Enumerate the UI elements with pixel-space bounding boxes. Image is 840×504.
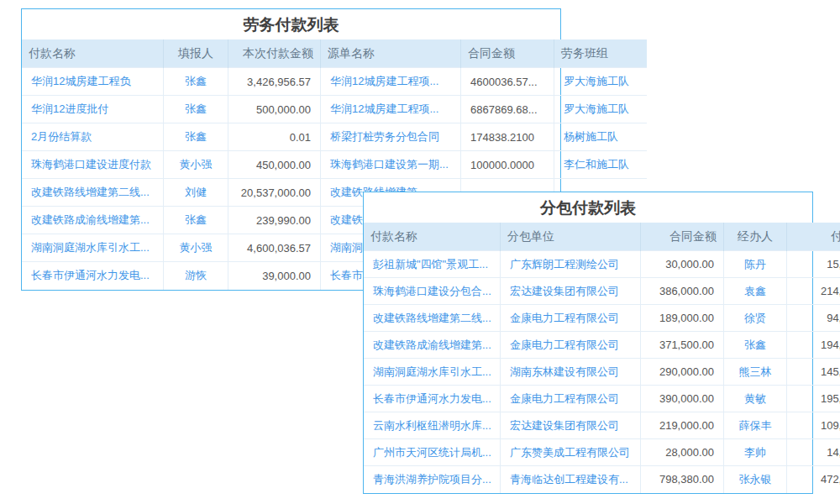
cell-subcontract-unit[interactable]: 宏达建设集团有限公司 <box>501 412 641 439</box>
cell-contract-amount: 798,380.00 <box>641 466 724 493</box>
cell-payment-name[interactable]: 云南水利枢纽潜明水库... <box>364 412 501 439</box>
cell-payment-name[interactable]: 湖南洞庭湖水库引水工... <box>22 234 164 262</box>
cell-payment-amount: 3,426,956.57 <box>228 68 321 96</box>
cell-payment-name[interactable]: 长春市伊通河水力发电... <box>22 262 164 290</box>
table-row[interactable]: 云南水利枢纽潜明水库...宏达建设集团有限公司219,000.00薛保丰109,… <box>364 412 840 439</box>
cell-contract-amount: 219,000.00 <box>641 412 724 439</box>
cell-subcontract-unit[interactable]: 金康电力工程有限公司 <box>501 386 641 412</box>
cell-subcontract-unit[interactable]: 湖南东林建设有限公司 <box>501 359 641 386</box>
cell-reporter[interactable]: 张鑫 <box>164 123 228 151</box>
cell-handler[interactable]: 李帅 <box>724 439 787 466</box>
cell-subcontract-unit[interactable]: 广东赞美成工程有限公司 <box>501 439 641 466</box>
column-header-labor-team: 劳务班组 <box>554 39 648 68</box>
column-header-handler: 经办人 <box>724 223 787 251</box>
cell-payment-name[interactable]: 改建铁路成渝线增建第... <box>22 207 164 234</box>
cell-subcontract-unit[interactable]: 金康电力工程有限公司 <box>501 305 641 332</box>
table-row[interactable]: 广州市天河区统计局机...广东赞美成工程有限公司28,000.00李帅14,00… <box>364 439 840 466</box>
cell-payment-name[interactable]: 珠海鹤港口建设进度付款 <box>22 151 164 179</box>
table-row[interactable]: 青海洪湖养护院项目分...青海临达创工程建设有...798,380.00张永银4… <box>364 466 840 493</box>
cell-payment-name[interactable]: 改建铁路线增建第二线... <box>22 179 164 207</box>
table-row[interactable]: 珠海鹤港口建设分包合...宏达建设集团有限公司386,000.00袁鑫214,4… <box>364 278 840 305</box>
labor-table-header: 付款名称填报人本次付款金额源单名称合同金额劳务班组 <box>22 39 647 68</box>
cell-contract-amount: 30,000.00 <box>641 251 724 278</box>
cell-payment-name[interactable]: 华润12进度批付 <box>22 96 164 123</box>
cell-subcontract-unit[interactable]: 金康电力工程有限公司 <box>501 332 641 359</box>
cell-payment-name[interactable]: 改建铁路线增建第二线... <box>364 305 501 332</box>
subcontract-table-header: 付款名称分包单位合同金额经办人付款金额 <box>364 223 840 251</box>
table-row[interactable]: 改建铁路成渝线增建第...金康电力工程有限公司371,500.00张鑫194,6… <box>364 332 840 359</box>
cell-reporter[interactable]: 游恢 <box>164 262 228 290</box>
cell-payment-name[interactable]: 改建铁路成渝线增建第... <box>364 332 501 359</box>
cell-reporter[interactable]: 黄小强 <box>164 151 228 179</box>
cell-payment-name[interactable]: 彭祖新城"四馆"景观工... <box>364 251 501 278</box>
cell-payment-name[interactable]: 湖南洞庭湖水库引水工... <box>364 359 501 386</box>
table-row[interactable]: 彭祖新城"四馆"景观工...广东辉朗工程测绘公司30,000.00陈丹15,00… <box>364 251 840 278</box>
cell-payment-amount: 109,500.00 <box>787 412 840 439</box>
table-row[interactable]: 华润12进度批付张鑫500,000.00华润12城房建工程项...6867869… <box>22 96 647 123</box>
cell-payment-amount: 20,537,000.00 <box>228 179 321 207</box>
column-header-subcontract-unit: 分包单位 <box>501 223 641 251</box>
cell-handler[interactable]: 张鑫 <box>724 332 787 359</box>
cell-labor-team[interactable]: 罗大海施工队 <box>554 96 648 123</box>
subcontract-payment-table: 付款名称分包单位合同金额经办人付款金额 彭祖新城"四馆"景观工...广东辉朗工程… <box>364 223 840 493</box>
cell-labor-team[interactable]: 李仁和施工队 <box>554 151 648 179</box>
column-header-contract-amount: 合同金额 <box>461 39 554 68</box>
cell-handler[interactable]: 张永银 <box>724 466 787 493</box>
cell-payment-name[interactable]: 华润12城房建工程负 <box>22 68 164 96</box>
cell-subcontract-unit[interactable]: 宏达建设集团有限公司 <box>501 278 641 305</box>
cell-payment-name[interactable]: 广州市天河区统计局机... <box>364 439 501 466</box>
cell-labor-team[interactable]: 杨树施工队 <box>554 123 648 151</box>
cell-contract-amount: 390,000.00 <box>641 386 724 412</box>
cell-source-name[interactable]: 桥梁打桩劳务分包合同 <box>321 123 461 151</box>
table-row[interactable]: 长春市伊通河水力发电...金康电力工程有限公司390,000.00黄敏195,0… <box>364 386 840 412</box>
cell-payment-amount: 239,990.00 <box>228 207 321 234</box>
column-header-payment-name: 付款名称 <box>364 223 501 251</box>
cell-handler[interactable]: 薛保丰 <box>724 412 787 439</box>
table-row[interactable]: 改建铁路线增建第二线...金康电力工程有限公司189,000.00徐贤94,50… <box>364 305 840 332</box>
cell-payment-amount: 472,980.00 <box>787 466 840 493</box>
cell-payment-amount: 94,500.00 <box>787 305 840 332</box>
cell-source-name[interactable]: 华润12城房建工程项... <box>321 68 461 96</box>
cell-contract-amount: 290,000.00 <box>641 359 724 386</box>
cell-contract-amount: 28,000.00 <box>641 439 724 466</box>
cell-labor-team[interactable]: 罗大海施工队 <box>554 68 648 96</box>
cell-reporter[interactable]: 张鑫 <box>164 96 228 123</box>
subcontract-payment-card: 分包付款列表 付款名称分包单位合同金额经办人付款金额 彭祖新城"四馆"景观工..… <box>363 192 813 494</box>
cell-handler[interactable]: 徐贤 <box>724 305 787 332</box>
cell-handler[interactable]: 黄敏 <box>724 386 787 412</box>
cell-payment-name[interactable]: 2月份结算款 <box>22 123 164 151</box>
cell-payment-amount: 15,000.00 <box>787 251 840 278</box>
cell-payment-amount: 450,000.00 <box>228 151 321 179</box>
cell-payment-amount: 145,000.00 <box>787 359 840 386</box>
cell-subcontract-unit[interactable]: 青海临达创工程建设有... <box>501 466 641 493</box>
table-row[interactable]: 湖南洞庭湖水库引水工...湖南东林建设有限公司290,000.00熊三林145,… <box>364 359 840 386</box>
cell-payment-amount: 214,400.00 <box>787 278 840 305</box>
column-header-payment-amount: 本次付款金额 <box>228 39 321 68</box>
cell-reporter[interactable]: 刘健 <box>164 179 228 207</box>
cell-handler[interactable]: 陈丹 <box>724 251 787 278</box>
cell-source-name[interactable]: 珠海鹤港口建设第一期... <box>321 151 461 179</box>
table-row[interactable]: 珠海鹤港口建设进度付款黄小强450,000.00珠海鹤港口建设第一期...100… <box>22 151 647 179</box>
column-header-source-name: 源单名称 <box>321 39 461 68</box>
cell-payment-name[interactable]: 青海洪湖养护院项目分... <box>364 466 501 493</box>
cell-payment-amount: 500,000.00 <box>228 96 321 123</box>
cell-contract-amount: 100000.0000 <box>461 151 554 179</box>
cell-payment-name[interactable]: 珠海鹤港口建设分包合... <box>364 278 501 305</box>
cell-payment-name[interactable]: 长春市伊通河水力发电... <box>364 386 501 412</box>
cell-payment-amount: 14,000.00 <box>787 439 840 466</box>
cell-contract-amount: 174838.2100 <box>461 123 554 151</box>
column-header-contract-amount: 合同金额 <box>641 223 724 251</box>
cell-source-name[interactable]: 华润12城房建工程项... <box>321 96 461 123</box>
cell-handler[interactable]: 袁鑫 <box>724 278 787 305</box>
cell-handler[interactable]: 熊三林 <box>724 359 787 386</box>
cell-reporter[interactable]: 张鑫 <box>164 207 228 234</box>
cell-contract-amount: 386,000.00 <box>641 278 724 305</box>
table-row[interactable]: 华润12城房建工程负张鑫3,426,956.57华润12城房建工程项...460… <box>22 68 647 96</box>
cell-payment-amount: 195,000.00 <box>787 386 840 412</box>
table-row[interactable]: 2月份结算款张鑫0.01桥梁打桩劳务分包合同174838.2100杨树施工队 <box>22 123 647 151</box>
cell-contract-amount: 4600036.57... <box>461 68 554 96</box>
cell-subcontract-unit[interactable]: 广东辉朗工程测绘公司 <box>501 251 641 278</box>
cell-reporter[interactable]: 张鑫 <box>164 68 228 96</box>
cell-reporter[interactable]: 黄小强 <box>164 234 228 262</box>
cell-contract-amount: 6867869.68... <box>461 96 554 123</box>
